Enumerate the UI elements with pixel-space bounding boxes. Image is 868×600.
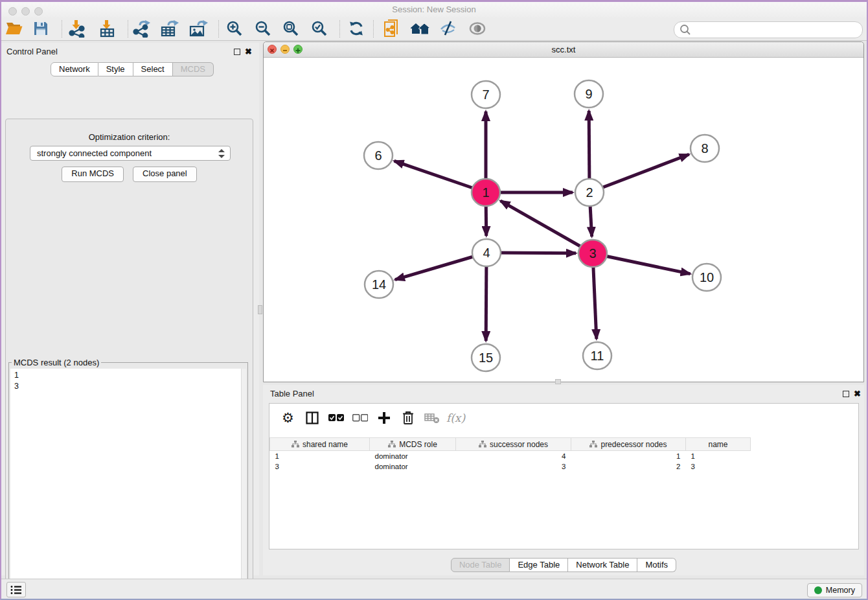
search-input[interactable] <box>692 23 862 37</box>
svg-text:14: 14 <box>372 277 386 292</box>
task-history-button[interactable] <box>6 582 26 597</box>
node-1[interactable]: 1 <box>472 179 500 206</box>
zoom-in-icon[interactable] <box>223 19 246 38</box>
node-4[interactable]: 4 <box>472 239 501 266</box>
float-panel-icon[interactable] <box>234 49 240 55</box>
search-icon <box>679 23 692 36</box>
export-image-icon[interactable] <box>187 19 209 38</box>
zoom-selected-icon[interactable] <box>308 19 330 38</box>
node-6[interactable]: 6 <box>364 142 393 169</box>
toolbar-separator <box>339 20 340 38</box>
toolbar-separator <box>62 20 62 38</box>
column-header-predecessor-nodes[interactable]: predecessor nodes <box>571 438 686 451</box>
network-window-titlebar[interactable]: scc.txt <box>264 42 863 58</box>
node-10[interactable]: 10 <box>692 264 721 291</box>
table-cell[interactable]: 2 <box>571 461 686 472</box>
show-graphics-details-icon[interactable] <box>466 19 488 38</box>
node-3[interactable]: 3 <box>578 240 607 267</box>
search-field[interactable] <box>674 21 863 38</box>
create-column-icon[interactable] <box>372 407 396 429</box>
import-network-icon[interactable] <box>66 19 88 38</box>
table-row[interactable]: 3dominator323 <box>270 461 751 472</box>
column-header-successor-nodes[interactable]: successor nodes <box>456 438 571 451</box>
open-file-icon[interactable] <box>3 19 25 38</box>
node-table-body: 1dominator4113dominator323 <box>270 451 751 472</box>
node-9[interactable]: 9 <box>575 80 603 108</box>
network-from-document-icon[interactable] <box>381 19 403 38</box>
hide-graphics-details-icon[interactable] <box>437 19 459 38</box>
node-table[interactable]: shared nameMCDS rolesuccessor nodesprede… <box>269 437 751 472</box>
table-cell[interactable]: 1 <box>270 451 370 462</box>
table-cell[interactable]: 3 <box>270 461 370 472</box>
svg-text:3: 3 <box>589 246 596 260</box>
delete-table-icon[interactable] <box>420 407 444 429</box>
column-header-name[interactable]: name <box>686 438 751 451</box>
show-columns-icon[interactable] <box>300 407 324 429</box>
tab-node-table[interactable]: Node Table <box>451 558 510 572</box>
criterion-select[interactable]: strongly connected component <box>30 146 231 161</box>
tab-network[interactable]: Network <box>51 62 98 76</box>
tab-mcds[interactable]: MCDS <box>173 62 214 76</box>
save-session-icon[interactable] <box>30 19 52 38</box>
select-all-columns-icon[interactable] <box>324 407 348 429</box>
node-15[interactable]: 15 <box>472 344 500 371</box>
tab-select[interactable]: Select <box>133 62 173 76</box>
tab-style[interactable]: Style <box>98 62 133 76</box>
run-mcds-button[interactable]: Run MCDS <box>62 167 124 182</box>
table-cell[interactable]: 3 <box>456 461 571 472</box>
import-table-icon[interactable] <box>97 19 119 38</box>
node-2[interactable]: 2 <box>575 179 604 206</box>
table-cell[interactable]: 1 <box>571 451 686 462</box>
status-bar: Memory <box>0 579 868 600</box>
toolbar-separator <box>218 20 219 38</box>
export-network-icon[interactable] <box>131 19 153 38</box>
refresh-icon[interactable] <box>345 19 367 38</box>
close-table-panel-icon[interactable]: ✖ <box>854 389 861 398</box>
column-header-shared-name[interactable]: shared name <box>270 438 370 451</box>
table-panel: Table Panel ✖ ⚙ <box>263 385 864 575</box>
node-7[interactable]: 7 <box>472 81 500 108</box>
svg-text:9: 9 <box>585 87 592 101</box>
tab-edge-table[interactable]: Edge Table <box>510 558 568 572</box>
delete-column-icon[interactable] <box>396 407 420 429</box>
close-panel-button[interactable]: Close panel <box>133 167 197 182</box>
memory-button[interactable]: Memory <box>807 583 862 597</box>
zoom-out-icon[interactable] <box>252 19 274 38</box>
node-11[interactable]: 11 <box>583 342 611 369</box>
table-settings-icon[interactable]: ⚙ <box>276 407 300 429</box>
table-cell[interactable]: 4 <box>456 451 571 462</box>
table-cell[interactable]: 1 <box>686 451 751 462</box>
edge-3-1[interactable] <box>501 201 593 253</box>
control-panel-tabs: NetworkStyleSelectMCDS <box>51 62 214 76</box>
zoom-fit-icon[interactable] <box>280 19 302 38</box>
function-builder-icon[interactable]: f(x) <box>444 407 468 429</box>
vertical-split-handle[interactable] <box>258 305 262 314</box>
tab-motifs[interactable]: Motifs <box>637 558 676 572</box>
table-cell[interactable]: dominator <box>370 461 456 472</box>
memory-status-icon <box>814 586 822 594</box>
float-table-panel-icon[interactable] <box>843 391 849 397</box>
main-toolbar <box>0 17 868 41</box>
column-type-icon <box>291 441 299 448</box>
node-14[interactable]: 14 <box>365 271 393 298</box>
mcds-result-textarea[interactable]: 1 3 <box>10 369 246 598</box>
close-panel-icon[interactable]: ✖ <box>245 47 252 56</box>
export-table-icon[interactable] <box>159 19 181 38</box>
tab-network-table[interactable]: Network Table <box>568 558 637 572</box>
table-toolbar: ⚙ f(x) <box>269 404 858 432</box>
network-canvas[interactable]: 1234678910111415 <box>264 57 863 382</box>
table-cell[interactable]: dominator <box>370 451 456 462</box>
deselect-all-columns-icon[interactable] <box>348 407 372 429</box>
control-panel-header: Control Panel ✖ <box>0 43 259 61</box>
result-scrollbar[interactable] <box>241 369 246 598</box>
horizontal-split-handle[interactable] <box>555 379 561 384</box>
svg-text:1: 1 <box>482 185 489 200</box>
home-icon[interactable] <box>409 19 431 38</box>
node-table-header-row[interactable]: shared nameMCDS rolesuccessor nodesprede… <box>270 438 751 451</box>
edge-2-8[interactable] <box>589 154 689 192</box>
node-8[interactable]: 8 <box>691 135 719 162</box>
table-cell[interactable]: 3 <box>686 461 751 472</box>
table-row[interactable]: 1dominator411 <box>270 451 751 462</box>
table-panel-tabs: Node TableEdge TableNetwork TableMotifs <box>263 558 864 572</box>
column-header-MCDS-role[interactable]: MCDS role <box>370 438 456 451</box>
